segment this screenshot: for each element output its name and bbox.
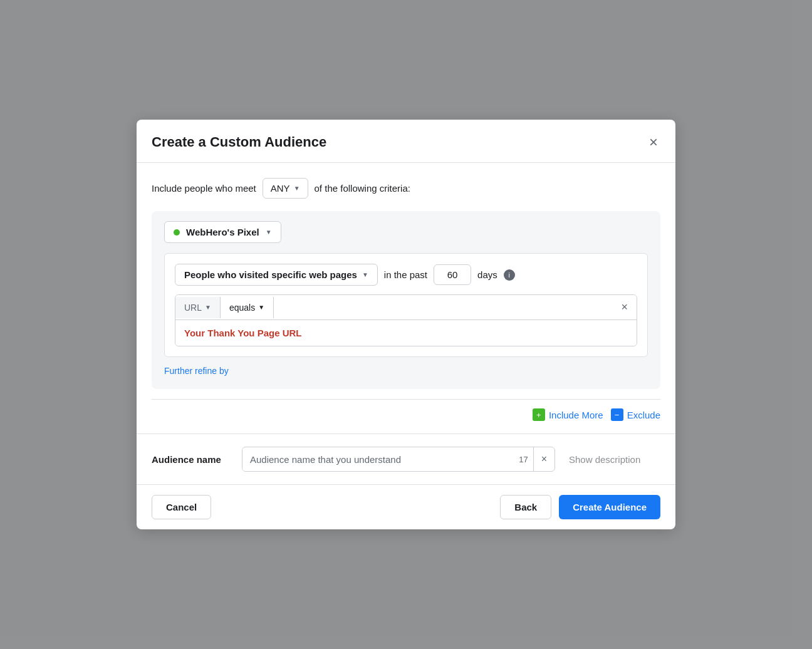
include-more-button[interactable]: + Include More — [533, 408, 603, 421]
visited-pages-dropdown[interactable]: People who visited specific web pages ▼ — [175, 264, 378, 286]
equals-chevron-icon: ▼ — [258, 304, 264, 311]
any-chevron-icon: ▼ — [294, 185, 300, 192]
audience-name-input-wrapper: 17 × — [242, 447, 555, 472]
audience-name-input[interactable] — [242, 448, 514, 471]
url-value-input[interactable] — [175, 320, 637, 346]
in-the-past-text: in the past — [384, 269, 427, 280]
url-close-button[interactable]: × — [612, 295, 637, 319]
info-icon[interactable]: i — [504, 269, 515, 281]
any-label: ANY — [271, 183, 290, 194]
create-audience-button[interactable]: Create Audience — [559, 495, 660, 519]
pixel-dropdown[interactable]: WebHero's Pixel ▼ — [164, 221, 281, 243]
pixel-chevron-icon: ▼ — [266, 229, 272, 236]
of-text: of the following criteria: — [315, 183, 410, 194]
include-more-icon: + — [533, 408, 545, 421]
audience-clear-button[interactable]: × — [533, 447, 554, 471]
audience-name-section: Audience name 17 × Show description — [137, 434, 675, 484]
rule-top-row: People who visited specific web pages ▼ … — [175, 264, 637, 286]
visited-pages-chevron-icon: ▼ — [362, 271, 368, 278]
rule-box: People who visited specific web pages ▼ … — [164, 253, 648, 357]
exclude-label: Exclude — [627, 410, 660, 420]
show-description-button[interactable]: Show description — [564, 454, 645, 465]
action-buttons-row: + Include More − Exclude — [152, 399, 660, 421]
audience-name-row: Audience name 17 × Show description — [152, 447, 660, 472]
any-dropdown[interactable]: ANY ▼ — [263, 178, 308, 199]
pixel-status-dot — [174, 229, 180, 236]
pixel-header: WebHero's Pixel ▼ — [164, 221, 648, 243]
pixel-section: WebHero's Pixel ▼ People who visited spe… — [152, 211, 660, 389]
modal-bottom: Cancel Back Create Audience — [137, 484, 675, 529]
back-button[interactable]: Back — [500, 495, 551, 519]
url-chevron-icon: ▼ — [205, 304, 211, 311]
exclude-button[interactable]: − Exclude — [611, 408, 660, 421]
url-controls-row: URL ▼ equals ▼ × — [175, 295, 637, 320]
modal-header: Create a Custom Audience × — [137, 120, 675, 163]
url-dropdown[interactable]: URL ▼ — [175, 297, 221, 318]
modal-body: Include people who meet ANY ▼ of the fol… — [137, 163, 675, 434]
pixel-label: WebHero's Pixel — [186, 227, 259, 237]
equals-dropdown[interactable]: equals ▼ — [221, 297, 274, 318]
modal-title: Create a Custom Audience — [152, 134, 326, 150]
right-buttons: Back Create Audience — [500, 495, 660, 519]
further-refine-link[interactable]: Further refine by — [164, 366, 229, 376]
criteria-row: Include people who meet ANY ▼ of the fol… — [152, 178, 660, 199]
modal-container: Create a Custom Audience × Include peopl… — [137, 120, 675, 529]
days-label: days — [477, 269, 497, 280]
url-input-container — [175, 320, 637, 346]
close-button[interactable]: × — [647, 132, 660, 152]
audience-char-count: 17 — [514, 455, 533, 464]
include-more-label: Include More — [549, 410, 603, 420]
cancel-button[interactable]: Cancel — [152, 495, 211, 519]
days-input[interactable] — [434, 264, 471, 285]
audience-name-label: Audience name — [152, 454, 233, 465]
modal-overlay: Create a Custom Audience × Include peopl… — [0, 0, 812, 649]
visited-pages-label: People who visited specific web pages — [184, 269, 357, 280]
include-text: Include people who meet — [152, 183, 256, 194]
exclude-icon: − — [611, 408, 623, 421]
url-label: URL — [184, 303, 202, 313]
url-filter-section: URL ▼ equals ▼ × — [175, 294, 637, 346]
equals-label: equals — [229, 303, 255, 313]
